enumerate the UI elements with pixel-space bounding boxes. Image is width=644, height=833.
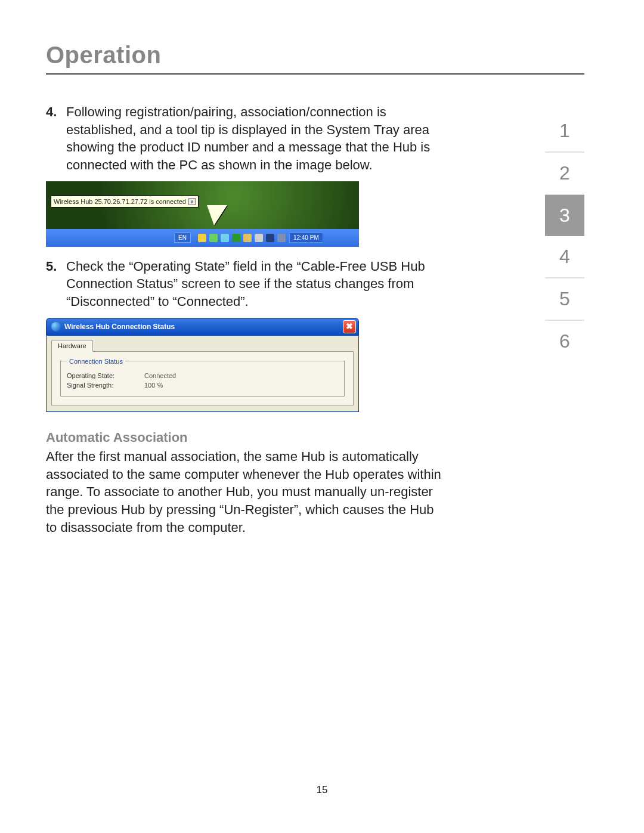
tray-icon[interactable]	[209, 234, 218, 242]
tooltip-tail	[207, 205, 227, 225]
window-titlebar: Wireless Hub Connection Status ✖	[46, 318, 359, 336]
manual-page: Operation 1 2 3 4 5 6 4. Following regis…	[0, 0, 644, 833]
signal-strength-row: Signal Strength: 100 %	[67, 382, 338, 389]
tray-icon[interactable]	[255, 234, 263, 242]
content-column: 4. Following registration/pairing, assoc…	[46, 103, 442, 536]
automatic-association-heading: Automatic Association	[46, 430, 442, 445]
tray-icon[interactable]	[221, 234, 229, 242]
tab-panel: Connection Status Operating State: Conne…	[51, 351, 354, 405]
close-button[interactable]: ✖	[343, 320, 356, 333]
connection-tooltip: Wireless Hub 25.70.26.71.27.72 is connec…	[51, 196, 199, 208]
window-body: Hardware Connection Status Operating Sta…	[46, 336, 359, 412]
page-number: 15	[0, 784, 644, 796]
step-4: 4. Following registration/pairing, assoc…	[46, 103, 442, 174]
step-number: 5.	[46, 258, 63, 311]
tab-hardware[interactable]: Hardware	[51, 340, 93, 352]
tray-icon[interactable]	[243, 234, 252, 242]
window-title: Wireless Hub Connection Status	[64, 323, 175, 331]
section-heading: Operation	[46, 42, 584, 75]
automatic-association-body: After the first manual association, the …	[46, 448, 442, 536]
signal-strength-label: Signal Strength:	[67, 382, 144, 389]
status-window-screenshot: Wireless Hub Connection Status ✖ Hardwar…	[46, 318, 359, 412]
nav-item-6[interactable]: 6	[545, 321, 584, 362]
nav-item-1[interactable]: 1	[545, 110, 584, 153]
nav-item-4[interactable]: 4	[545, 236, 584, 278]
signal-strength-value: 100 %	[144, 382, 163, 389]
step-number: 4.	[46, 103, 63, 174]
taskbar-clock: 12:40 PM	[289, 233, 323, 243]
app-icon	[51, 322, 61, 332]
nav-item-5[interactable]: 5	[545, 278, 584, 321]
step-5: 5. Check the “Operating State” field in …	[46, 258, 442, 311]
tooltip-screenshot: Wireless Hub 25.70.26.71.27.72 is connec…	[46, 181, 359, 247]
operating-state-value: Connected	[144, 372, 176, 379]
tray-icon[interactable]	[198, 234, 206, 242]
operating-state-row: Operating State: Connected	[67, 372, 338, 379]
step-text: Following registration/pairing, associat…	[66, 103, 442, 174]
group-legend: Connection Status	[67, 358, 125, 365]
section-nav: 1 2 3 4 5 6	[545, 110, 584, 362]
operating-state-label: Operating State:	[67, 372, 144, 379]
connection-status-group: Connection Status Operating State: Conne…	[60, 358, 345, 397]
tray-icon[interactable]	[277, 234, 286, 242]
tooltip-text: Wireless Hub 25.70.26.71.27.72 is connec…	[54, 198, 186, 205]
taskbar: EN 12:40 PM	[46, 229, 359, 247]
language-indicator[interactable]: EN	[174, 233, 191, 243]
tray-icon[interactable]	[266, 234, 274, 242]
tooltip-close-icon[interactable]: x	[188, 198, 196, 205]
nav-item-3[interactable]: 3	[545, 195, 584, 236]
system-tray	[198, 234, 286, 242]
tray-icon[interactable]	[232, 234, 240, 242]
nav-item-2[interactable]: 2	[545, 153, 584, 195]
step-text: Check the “Operating State” field in the…	[66, 258, 442, 311]
